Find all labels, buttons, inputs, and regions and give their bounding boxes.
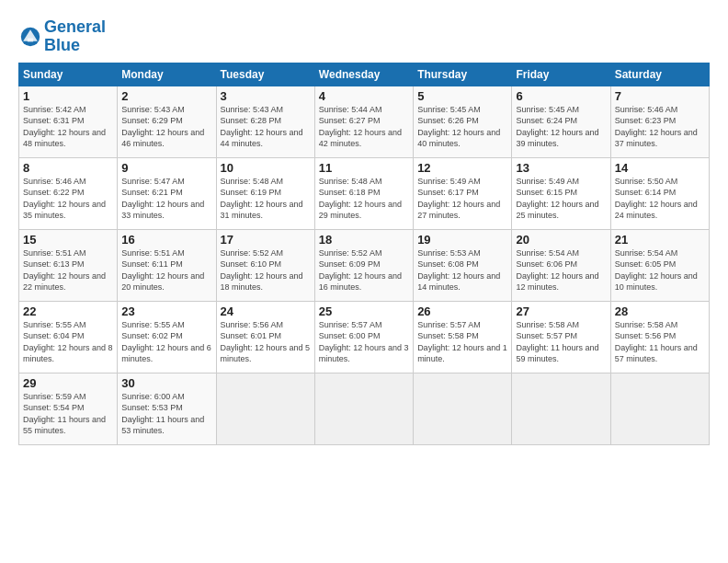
day-detail: Sunrise: 5:57 AMSunset: 6:00 PMDaylight:…	[319, 320, 409, 364]
day-detail: Sunrise: 5:58 AMSunset: 5:57 PMDaylight:…	[516, 320, 598, 364]
calendar-day-cell: 14Sunrise: 5:50 AMSunset: 6:14 PMDayligh…	[610, 157, 709, 229]
calendar-week-row: 15Sunrise: 5:51 AMSunset: 6:13 PMDayligh…	[19, 229, 710, 301]
calendar-page: General Blue SundayMondayTuesdayWednesda…	[0, 0, 728, 563]
calendar-day-cell: 30Sunrise: 6:00 AMSunset: 5:53 PMDayligh…	[118, 373, 216, 444]
day-detail: Sunrise: 5:46 AMSunset: 6:23 PMDaylight:…	[615, 105, 698, 149]
calendar-day-cell: 7Sunrise: 5:46 AMSunset: 6:23 PMDaylight…	[610, 86, 709, 157]
day-detail: Sunrise: 5:43 AMSunset: 6:28 PMDaylight:…	[221, 105, 303, 149]
header: General Blue	[18, 15, 710, 55]
weekday-header-sunday: Sunday	[19, 63, 118, 86]
day-detail: Sunrise: 5:58 AMSunset: 5:56 PMDaylight:…	[615, 320, 698, 364]
calendar-day-cell: 19Sunrise: 5:53 AMSunset: 6:08 PMDayligh…	[414, 229, 512, 301]
calendar-day-cell: 11Sunrise: 5:48 AMSunset: 6:18 PMDayligh…	[314, 157, 413, 229]
day-detail: Sunrise: 5:56 AMSunset: 6:01 PMDaylight:…	[221, 320, 311, 364]
day-detail: Sunrise: 5:59 AMSunset: 5:54 PMDaylight:…	[23, 392, 106, 436]
calendar-week-row: 29Sunrise: 5:59 AMSunset: 5:54 PMDayligh…	[19, 373, 710, 444]
weekday-header-tuesday: Tuesday	[216, 63, 314, 86]
calendar-day-cell: 8Sunrise: 5:46 AMSunset: 6:22 PMDaylight…	[19, 157, 118, 229]
day-number: 17	[221, 233, 311, 247]
day-detail: Sunrise: 5:54 AMSunset: 6:06 PMDaylight:…	[516, 248, 598, 293]
day-detail: Sunrise: 5:45 AMSunset: 6:24 PMDaylight:…	[516, 105, 598, 149]
calendar-day-cell: 3Sunrise: 5:43 AMSunset: 6:28 PMDaylight…	[216, 86, 314, 157]
calendar-day-cell: 23Sunrise: 5:55 AMSunset: 6:02 PMDayligh…	[118, 301, 216, 373]
weekday-header-thursday: Thursday	[414, 63, 512, 86]
day-detail: Sunrise: 5:50 AMSunset: 6:14 PMDaylight:…	[615, 177, 698, 221]
day-detail: Sunrise: 5:54 AMSunset: 6:05 PMDaylight:…	[615, 248, 698, 293]
day-number: 9	[121, 161, 211, 175]
calendar-day-cell: 20Sunrise: 5:54 AMSunset: 6:06 PMDayligh…	[512, 229, 610, 301]
day-number: 1	[23, 89, 113, 103]
calendar-day-cell: 26Sunrise: 5:57 AMSunset: 5:58 PMDayligh…	[414, 301, 512, 373]
svg-rect-2	[28, 38, 33, 41]
weekday-header-wednesday: Wednesday	[314, 63, 413, 86]
day-number: 11	[319, 161, 409, 175]
calendar-day-cell	[610, 373, 709, 444]
calendar-day-cell: 12Sunrise: 5:49 AMSunset: 6:17 PMDayligh…	[414, 157, 512, 229]
day-detail: Sunrise: 5:57 AMSunset: 5:58 PMDaylight:…	[417, 320, 507, 364]
day-detail: Sunrise: 6:00 AMSunset: 5:53 PMDaylight:…	[121, 392, 204, 436]
day-detail: Sunrise: 5:47 AMSunset: 6:21 PMDaylight:…	[121, 177, 204, 221]
day-number: 21	[615, 233, 705, 247]
calendar-day-cell: 28Sunrise: 5:58 AMSunset: 5:56 PMDayligh…	[610, 301, 709, 373]
day-detail: Sunrise: 5:43 AMSunset: 6:29 PMDaylight:…	[121, 105, 204, 149]
logo: General Blue	[18, 18, 106, 55]
day-detail: Sunrise: 5:49 AMSunset: 6:15 PMDaylight:…	[516, 177, 598, 221]
day-detail: Sunrise: 5:51 AMSunset: 6:11 PMDaylight:…	[121, 248, 204, 293]
calendar-day-cell: 17Sunrise: 5:52 AMSunset: 6:10 PMDayligh…	[216, 229, 314, 301]
day-number: 2	[121, 89, 211, 103]
calendar-day-cell: 5Sunrise: 5:45 AMSunset: 6:26 PMDaylight…	[414, 86, 512, 157]
day-number: 15	[23, 233, 113, 247]
calendar-day-cell	[314, 373, 413, 444]
day-number: 10	[221, 161, 311, 175]
calendar-day-cell: 29Sunrise: 5:59 AMSunset: 5:54 PMDayligh…	[19, 373, 118, 444]
calendar-day-cell: 9Sunrise: 5:47 AMSunset: 6:21 PMDaylight…	[118, 157, 216, 229]
day-number: 18	[319, 233, 409, 247]
day-number: 24	[221, 304, 311, 318]
day-detail: Sunrise: 5:45 AMSunset: 6:26 PMDaylight:…	[417, 105, 500, 149]
calendar-day-cell: 13Sunrise: 5:49 AMSunset: 6:15 PMDayligh…	[512, 157, 610, 229]
calendar-day-cell: 15Sunrise: 5:51 AMSunset: 6:13 PMDayligh…	[19, 229, 118, 301]
day-detail: Sunrise: 5:49 AMSunset: 6:17 PMDaylight:…	[417, 177, 500, 221]
calendar-day-cell: 18Sunrise: 5:52 AMSunset: 6:09 PMDayligh…	[314, 229, 413, 301]
calendar-week-row: 1Sunrise: 5:42 AMSunset: 6:31 PMDaylight…	[19, 86, 710, 157]
day-detail: Sunrise: 5:51 AMSunset: 6:13 PMDaylight:…	[23, 248, 106, 293]
day-detail: Sunrise: 5:46 AMSunset: 6:22 PMDaylight:…	[23, 177, 106, 221]
calendar-day-cell: 1Sunrise: 5:42 AMSunset: 6:31 PMDaylight…	[19, 86, 118, 157]
day-number: 19	[417, 233, 507, 247]
day-detail: Sunrise: 5:52 AMSunset: 6:10 PMDaylight:…	[221, 248, 303, 293]
calendar-day-cell: 4Sunrise: 5:44 AMSunset: 6:27 PMDaylight…	[314, 86, 413, 157]
day-number: 5	[417, 89, 507, 103]
calendar-day-cell: 24Sunrise: 5:56 AMSunset: 6:01 PMDayligh…	[216, 301, 314, 373]
calendar-day-cell	[414, 373, 512, 444]
day-number: 7	[615, 89, 705, 103]
calendar-day-cell: 16Sunrise: 5:51 AMSunset: 6:11 PMDayligh…	[118, 229, 216, 301]
day-number: 25	[319, 304, 409, 318]
day-detail: Sunrise: 5:55 AMSunset: 6:02 PMDaylight:…	[121, 320, 211, 364]
logo-icon	[20, 27, 40, 47]
day-detail: Sunrise: 5:44 AMSunset: 6:27 PMDaylight:…	[319, 105, 402, 149]
day-number: 23	[121, 304, 211, 318]
weekday-header-saturday: Saturday	[610, 63, 709, 86]
calendar-day-cell: 2Sunrise: 5:43 AMSunset: 6:29 PMDaylight…	[118, 86, 216, 157]
day-number: 26	[417, 304, 507, 318]
logo-text: General Blue	[44, 18, 106, 55]
day-number: 6	[516, 89, 606, 103]
calendar-day-cell: 21Sunrise: 5:54 AMSunset: 6:05 PMDayligh…	[610, 229, 709, 301]
calendar-day-cell: 6Sunrise: 5:45 AMSunset: 6:24 PMDaylight…	[512, 86, 610, 157]
day-detail: Sunrise: 5:48 AMSunset: 6:18 PMDaylight:…	[319, 177, 402, 221]
calendar-day-cell: 27Sunrise: 5:58 AMSunset: 5:57 PMDayligh…	[512, 301, 610, 373]
day-detail: Sunrise: 5:42 AMSunset: 6:31 PMDaylight:…	[23, 105, 106, 149]
day-detail: Sunrise: 5:55 AMSunset: 6:04 PMDaylight:…	[23, 320, 113, 364]
day-number: 20	[516, 233, 606, 247]
weekday-header-row: SundayMondayTuesdayWednesdayThursdayFrid…	[19, 63, 710, 86]
day-number: 28	[615, 304, 705, 318]
calendar-day-cell	[216, 373, 314, 444]
calendar-day-cell: 10Sunrise: 5:48 AMSunset: 6:19 PMDayligh…	[216, 157, 314, 229]
calendar-week-row: 22Sunrise: 5:55 AMSunset: 6:04 PMDayligh…	[19, 301, 710, 373]
calendar-day-cell: 22Sunrise: 5:55 AMSunset: 6:04 PMDayligh…	[19, 301, 118, 373]
calendar-day-cell	[512, 373, 610, 444]
day-number: 3	[221, 89, 311, 103]
day-number: 8	[23, 161, 113, 175]
day-number: 13	[516, 161, 606, 175]
calendar-week-row: 8Sunrise: 5:46 AMSunset: 6:22 PMDaylight…	[19, 157, 710, 229]
